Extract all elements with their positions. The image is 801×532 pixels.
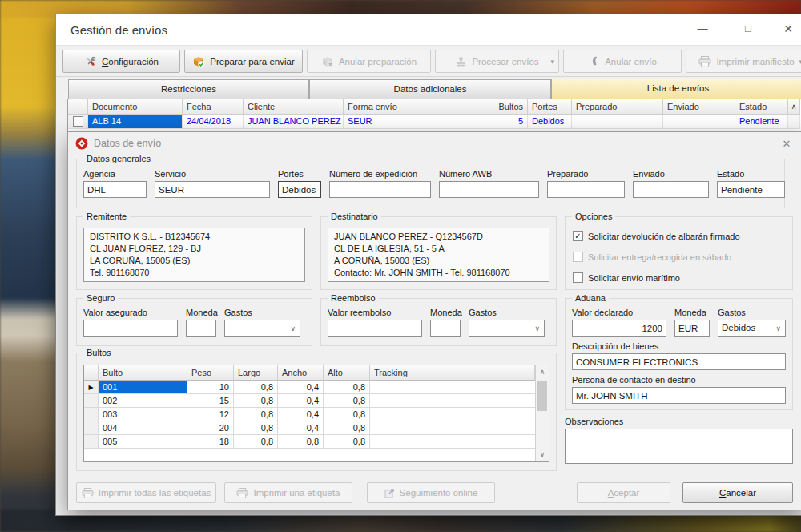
field-enviado: Enviado: [633, 169, 709, 198]
column-ancho[interactable]: Ancho: [278, 365, 324, 381]
option-devolucion-albaran[interactable]: ✓ Solicitar devolución de albarán firmad…: [573, 231, 740, 241]
red-diamond-icon: [75, 137, 88, 150]
aduana-moneda-input[interactable]: [674, 320, 710, 337]
expedicion-input[interactable]: [329, 181, 431, 198]
column-fecha[interactable]: Fecha: [183, 99, 244, 115]
valor-reembolso-input[interactable]: [328, 320, 422, 337]
scrollbar-thumb[interactable]: [537, 381, 547, 411]
estado-input[interactable]: [717, 181, 785, 198]
descripcion-bienes-input[interactable]: [572, 353, 786, 370]
cancel-button[interactable]: Cancelar: [682, 482, 793, 503]
dialog-close-icon[interactable]: ✕: [778, 136, 795, 152]
row-checkbox[interactable]: [73, 116, 83, 127]
cell-cliente: JUAN BLANCO PEREZ: [244, 115, 344, 129]
valor-asegurado-label: Valor asegurado: [83, 308, 178, 317]
column-alto[interactable]: Alto: [324, 365, 370, 381]
bulto-row[interactable]: 004 20 0,8 0,4 0,8: [84, 421, 535, 435]
row-selector-cell[interactable]: [68, 115, 88, 129]
prepare-to-send-button[interactable]: Preparar para enviar: [184, 50, 303, 73]
column-forma-envio[interactable]: Forma envío: [344, 99, 489, 115]
chevron-down-icon: ∨: [534, 320, 540, 337]
cell-bulto: 004: [99, 421, 187, 435]
scroll-up-icon[interactable]: ∧: [788, 99, 800, 115]
cell-portes: Debidos: [528, 115, 572, 129]
agencia-input[interactable]: [83, 181, 147, 198]
moneda-label: Moneda: [186, 308, 216, 317]
seguro-gastos-select[interactable]: ∨: [224, 320, 300, 337]
chevron-down-icon: ∨: [290, 320, 296, 337]
seguro-moneda-input[interactable]: [186, 320, 216, 337]
column-enviado[interactable]: Enviado: [663, 99, 735, 115]
option-envio-maritimo[interactable]: Solicitar envío marítimo: [573, 272, 680, 283]
column-cliente[interactable]: Cliente: [244, 99, 344, 115]
column-largo[interactable]: Largo: [234, 365, 278, 381]
enviado-input[interactable]: [633, 181, 709, 198]
accept-button: Aceptar: [577, 482, 670, 503]
cell-peso: 18: [187, 435, 234, 449]
bulto-row[interactable]: 002 15 0,8 0,4 0,8: [84, 394, 535, 408]
bultos-scrollbar[interactable]: ∧ ∨: [535, 365, 549, 461]
cell-forma-envio: SEUR: [344, 115, 489, 129]
scroll-down-icon[interactable]: ∨: [536, 448, 549, 461]
scrollbar-track[interactable]: [536, 413, 549, 448]
moneda-label: Moneda: [430, 308, 461, 317]
tab-restricciones[interactable]: Restricciones: [68, 79, 309, 99]
field-observaciones: Observaciones: [565, 417, 793, 466]
tab-lista-de-envios[interactable]: Lista de envíos: [551, 79, 801, 99]
reembolso-moneda-input[interactable]: [430, 320, 461, 337]
option-label: Solicitar devolución de albarán firmado: [588, 232, 740, 241]
scrollbar-track[interactable]: [788, 115, 800, 129]
column-documento[interactable]: Documento: [88, 99, 183, 115]
field-preparado: Preparado: [547, 169, 625, 198]
bulto-row[interactable]: 003 12 0,8 0,4 0,8: [84, 408, 535, 421]
destinatario-address-box[interactable]: JUAN BLANCO PEREZ - Q1234567D CL DE LA I…: [328, 228, 549, 282]
column-preparado[interactable]: Preparado: [572, 99, 663, 115]
configuration-button[interactable]: Configuración: [62, 50, 180, 73]
gastos-label: Gastos: [224, 308, 300, 317]
servicio-input[interactable]: [155, 181, 270, 198]
group-reembolso: Reembolso Valor reembolso Moneda Gastos …: [320, 298, 557, 346]
cell-peso: 12: [187, 408, 234, 421]
seguro-fields-row: Valor asegurado Moneda Gastos ∨: [83, 308, 300, 337]
maximize-icon[interactable]: □: [735, 18, 761, 39]
checkbox-icon[interactable]: [573, 272, 583, 283]
screen: Gestión de envíos — □ ✕ Configuración Pr…: [0, 0, 801, 532]
field-agencia: Agencia: [83, 169, 147, 198]
checkbox-checked-icon[interactable]: ✓: [573, 231, 583, 241]
reembolso-gastos-select[interactable]: ∨: [469, 320, 545, 337]
aduana-gastos-select[interactable]: Debidos ∨: [718, 320, 786, 337]
scroll-up-icon[interactable]: ∧: [536, 365, 549, 379]
column-tracking[interactable]: Tracking: [370, 365, 535, 381]
column-estado[interactable]: Estado: [735, 99, 788, 115]
column-bulto[interactable]: Bulto: [99, 365, 187, 381]
column-bultos[interactable]: Bultos: [489, 99, 528, 115]
column-portes[interactable]: Portes: [528, 99, 572, 115]
titlebar: Gestión de envíos — □ ✕: [56, 14, 801, 45]
reembolso-fields-row: Valor reembolso Moneda Gastos ∨: [328, 308, 545, 337]
remitente-address-box[interactable]: DISTRITO K S.L. - B12345674 CL JUAN FLOR…: [83, 228, 305, 282]
tab-datos-adicionales[interactable]: Datos adicionales: [309, 79, 551, 99]
dialog-title: Datos de envío: [94, 138, 161, 149]
column-peso[interactable]: Peso: [187, 365, 234, 381]
bulto-row[interactable]: ▶ 001 10 0,8 0,4 0,8: [84, 381, 535, 394]
persona-contacto-input[interactable]: [572, 387, 786, 404]
cell-largo: 0,8: [234, 421, 278, 435]
portes-input[interactable]: [278, 181, 321, 198]
valor-asegurado-input[interactable]: [83, 320, 178, 337]
field-expedicion: Número de expedición: [329, 169, 431, 198]
field-servicio: Servicio: [155, 169, 270, 198]
table-row[interactable]: ALB 14 24/04/2018 JUAN BLANCO PEREZ SEUR…: [68, 115, 801, 129]
tab-bar: Restricciones Datos adicionales Lista de…: [56, 79, 801, 99]
awb-input[interactable]: [439, 181, 539, 198]
print-all-labels-button: Imprimir todas las etiquetas: [76, 482, 216, 503]
preparado-input[interactable]: [547, 181, 625, 198]
close-icon[interactable]: ✕: [775, 18, 801, 39]
valor-declarado-input[interactable]: [572, 320, 666, 337]
minimize-icon[interactable]: —: [690, 18, 715, 39]
bulto-row[interactable]: 005 18 0,8 0,8 0,8: [84, 435, 535, 449]
address-line: JUAN BLANCO PEREZ - Q1234567D: [334, 231, 543, 243]
field-descripcion-bienes: Descripción de bienes: [572, 341, 786, 370]
bultos-header-selector: [84, 365, 99, 381]
cell-bulto: 005: [99, 435, 187, 449]
observaciones-textarea[interactable]: [565, 429, 793, 464]
